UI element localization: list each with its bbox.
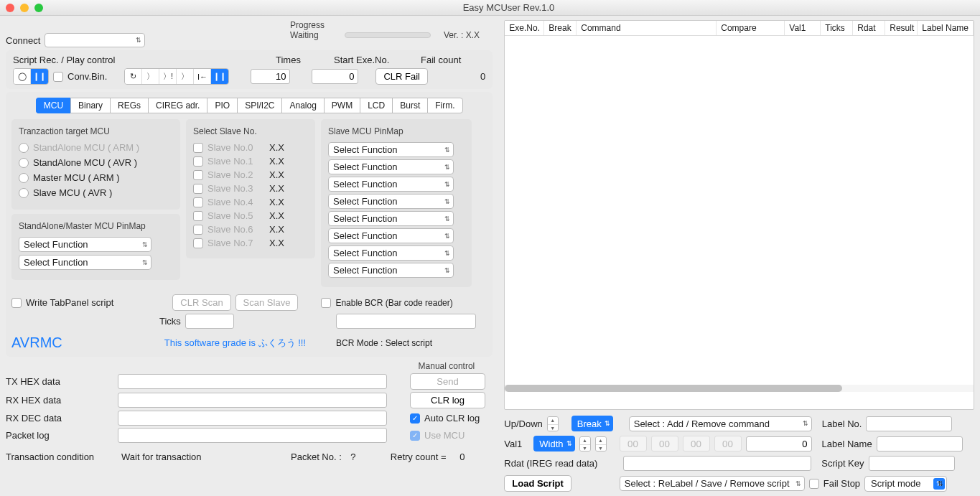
conv-bin-label: Conv.Bin. [67, 71, 107, 82]
minimize-icon[interactable] [20, 4, 29, 12]
use-mcu-label: Use MCU [424, 430, 465, 441]
tab-lcd[interactable]: LCD [360, 98, 392, 113]
col-ticks[interactable]: Ticks [821, 21, 853, 35]
enable-bcr-checkbox[interactable] [321, 298, 331, 308]
fail-stop-checkbox[interactable] [809, 479, 819, 489]
tab-mcu[interactable]: MCU [36, 98, 70, 113]
slave-fn-7[interactable]: Select Function [328, 263, 454, 278]
val1-stepper2[interactable]: ▲▼ [595, 436, 607, 451]
maximize-icon[interactable] [34, 4, 43, 12]
trans-cond-label: Transaction condition [6, 451, 117, 462]
script-table: Exe.No. Break Command Compare Val1 Ticks… [504, 20, 974, 410]
break-select[interactable]: Break [571, 416, 613, 431]
label-no-label: Label No. [822, 418, 862, 429]
auto-clr-checkbox[interactable]: ✓ [410, 413, 420, 424]
slave-fn-2[interactable]: Select Function [328, 177, 454, 192]
write-tab-checkbox[interactable] [11, 298, 22, 308]
connect-select[interactable] [45, 33, 145, 47]
slave-fn-5[interactable]: Select Function [328, 228, 454, 243]
table-body[interactable] [505, 36, 974, 385]
slave-5-val: X.X [269, 210, 284, 221]
col-result[interactable]: Result [885, 21, 918, 35]
scan-slave-button[interactable]: Scan Slave [235, 294, 299, 311]
slave-4-label: Slave No.4 [207, 197, 265, 207]
radio-avr[interactable] [19, 158, 29, 168]
val1-stepper1[interactable]: ▲▼ [579, 436, 591, 451]
label-no-input[interactable] [866, 416, 952, 431]
slave-cb-5[interactable] [193, 211, 203, 221]
rxdec-input[interactable] [118, 411, 387, 426]
col-label[interactable]: Label Name [918, 21, 974, 35]
slave-fn-0[interactable]: Select Function [328, 142, 454, 157]
tab-pio[interactable]: PIO [207, 98, 237, 113]
radio-arm[interactable] [19, 143, 29, 153]
clr-log-button[interactable]: CLR log [410, 392, 485, 408]
slave-cb-2[interactable] [193, 170, 203, 180]
slave-cb-0[interactable] [193, 143, 203, 153]
script-key-input[interactable] [869, 456, 955, 471]
updown-stepper[interactable]: ▲▼ [547, 416, 559, 431]
horiz-scrollbar[interactable] [505, 385, 974, 392]
clr-scan-button[interactable]: CLR Scan [172, 294, 230, 311]
label-name-input[interactable] [877, 436, 963, 451]
slave-cb-7[interactable] [193, 238, 203, 248]
width-select[interactable]: Width [533, 436, 574, 451]
dim3[interactable] [683, 436, 710, 451]
slave-cb-1[interactable] [193, 156, 203, 167]
radio-master[interactable] [19, 173, 29, 183]
bcr-input[interactable] [336, 314, 476, 329]
pinmap-select2[interactable]: Select Function [19, 255, 151, 270]
tab-firm[interactable]: Firm. [427, 98, 462, 113]
clr-fail-button[interactable]: CLR Fail [375, 68, 428, 85]
val1-value[interactable] [746, 436, 812, 451]
dim1[interactable] [620, 436, 647, 451]
col-rdat[interactable]: Rdat [853, 21, 885, 35]
slave-cb-6[interactable] [193, 225, 203, 235]
slave-cb-3[interactable] [193, 184, 203, 194]
times-input[interactable] [251, 69, 290, 84]
enable-bcr-label: Enable BCR (Bar code reader) [335, 298, 452, 308]
tab-spi[interactable]: SPI/I2C [237, 98, 281, 113]
dim2[interactable] [651, 436, 678, 451]
tab-burst[interactable]: Burst [392, 98, 427, 113]
relabel-select[interactable]: Select : ReLabel / Save / Remove script [620, 476, 805, 491]
tab-binary[interactable]: Binary [70, 98, 110, 113]
packet-label: Packet log [6, 430, 113, 441]
radio-slave[interactable] [19, 188, 29, 198]
packet-input[interactable] [118, 428, 387, 443]
slave-fn-1[interactable]: Select Function [328, 159, 454, 174]
tab-pwm[interactable]: PWM [324, 98, 360, 113]
load-script-button[interactable]: Load Script [504, 475, 571, 492]
tab-regs[interactable]: REGs [110, 98, 148, 113]
col-val1[interactable]: Val1 [785, 21, 821, 35]
play-controls[interactable]: ↻〉〉!〉I←❙❙ [124, 68, 229, 85]
wait-label: Wait for transaction [121, 451, 286, 462]
tab-analog[interactable]: Analog [281, 98, 323, 113]
pinmap-select1[interactable]: Select Function [19, 237, 151, 252]
send-button[interactable]: Send [410, 373, 485, 390]
tab-cireg[interactable]: CIREG adr. [148, 98, 207, 113]
packet-no-value: ? [346, 451, 360, 462]
col-compare[interactable]: Compare [717, 21, 785, 35]
script-mode-select[interactable]: Script mode⇅ [864, 476, 947, 492]
ticks-input[interactable] [185, 314, 234, 329]
tx-input[interactable] [118, 374, 387, 389]
rx-input[interactable] [118, 393, 387, 408]
slave-fn-6[interactable]: Select Function [328, 245, 454, 261]
slave-cb-4[interactable] [193, 197, 203, 207]
col-break[interactable]: Break [544, 21, 577, 35]
start-exe-input[interactable] [312, 69, 358, 84]
rxdec-label: RX DEC data [6, 413, 113, 424]
conv-bin-checkbox[interactable] [53, 72, 63, 82]
rdat-input[interactable] [623, 456, 811, 471]
rec-toggle[interactable]: ◯❙❙ [13, 68, 49, 85]
col-exe[interactable]: Exe.No. [505, 21, 544, 35]
dim4[interactable] [714, 436, 742, 451]
slave-fn-3[interactable]: Select Function [328, 194, 454, 209]
slave-5-label: Slave No.5 [207, 210, 265, 221]
add-remove-select[interactable]: Select : Add / Remove command [629, 416, 812, 431]
retry-label: Retry count = [391, 451, 447, 462]
close-icon[interactable] [6, 4, 14, 12]
slave-fn-4[interactable]: Select Function [328, 211, 454, 226]
col-command[interactable]: Command [577, 21, 717, 35]
